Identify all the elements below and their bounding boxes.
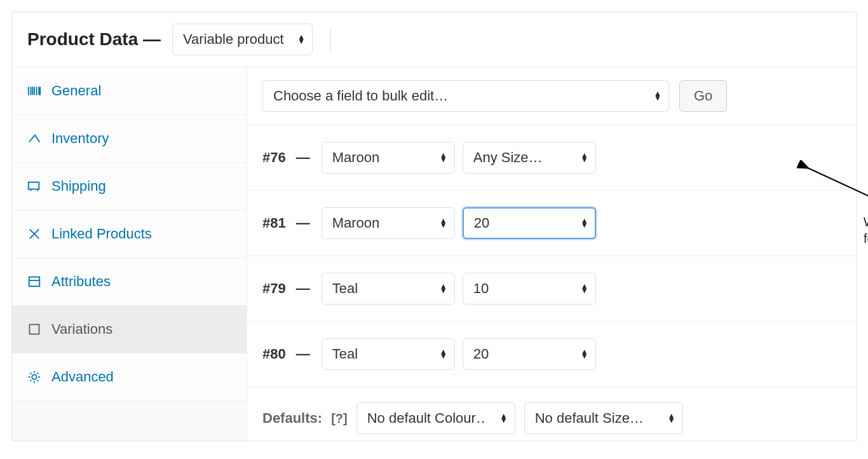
square-icon [27,322,41,336]
dash: — [296,215,310,231]
svg-point-3 [32,374,36,379]
variation-size-select[interactable]: 20 [463,207,596,239]
dash: — [296,149,310,166]
tab-inventory[interactable]: Inventory [12,115,247,163]
help-icon[interactable]: [?] [331,411,348,426]
bulk-edit-row: Choose a field to bulk edit… ▲▼ Go [247,67,856,125]
svg-rect-2 [30,325,39,334]
variation-row[interactable]: #79 — Teal ▲▼ 10 ▲▼ [247,256,856,322]
link-icon [27,227,41,241]
tabs-sidebar: General Inventory Shipping Linked Produc… [12,67,247,441]
tab-label: General [51,83,101,99]
variation-colour-select[interactable]: Maroon [322,142,455,174]
defaults-label: Defaults: [262,410,322,427]
tab-attributes[interactable]: Attributes [12,258,247,306]
dash: — [296,346,310,362]
tab-linked-products[interactable]: Linked Products [12,210,247,258]
product-type-select-wrap: Variable product ▲▼ [172,24,313,55]
variation-row[interactable]: #80 — Teal ▲▼ 20 ▲▼ [247,322,856,387]
tab-general[interactable]: General [12,67,247,115]
variation-id: #79 [262,280,286,297]
truck-icon [27,179,41,193]
list-icon [27,275,41,289]
annotation-text: Will result in an empty value in the fee… [864,214,868,247]
tab-shipping[interactable]: Shipping [12,163,247,210]
tab-variations[interactable]: Variations [12,306,247,353]
go-button[interactable]: Go [679,80,727,112]
tab-label: Shipping [51,178,106,195]
variation-row[interactable]: #76 — Maroon ▲▼ Any Size… ▲▼ [247,125,856,191]
variation-colour-select[interactable]: Teal [322,273,455,305]
svg-rect-0 [29,182,39,189]
variation-id: #76 [262,149,286,166]
variation-colour-select[interactable]: Maroon [322,207,455,239]
tab-label: Linked Products [51,226,152,242]
gear-icon [27,370,41,384]
panel-header: Product Data — Variable product ▲▼ [12,12,856,67]
defaults-row: Defaults: [?] No default Colour… ▲▼ No d… [247,387,856,441]
panel-title: Product Data — [27,29,161,50]
tab-label: Advanced [51,369,114,385]
tab-label: Inventory [51,130,109,147]
barcode-icon [27,84,41,98]
tab-label: Attributes [51,273,111,290]
tab-advanced[interactable]: Advanced [12,353,247,401]
variation-id: #81 [262,215,286,231]
variation-size-select[interactable]: Any Size… [463,142,596,174]
default-colour-select[interactable]: No default Colour… [356,402,515,434]
product-type-select[interactable]: Variable product [172,24,313,55]
variation-id: #80 [262,346,286,362]
variation-size-select[interactable]: 20 [463,338,596,370]
bulk-edit-select[interactable]: Choose a field to bulk edit… [262,80,669,112]
variation-colour-select[interactable]: Teal [322,338,455,370]
panel-body: General Inventory Shipping Linked Produc… [12,67,856,441]
vertical-separator [330,28,331,51]
variation-size-select[interactable]: 10 [463,273,596,305]
variation-row[interactable]: #81 — Maroon ▲▼ 20 ▲▼ [247,191,856,256]
cloud-icon [27,132,41,146]
product-data-panel: Product Data — Variable product ▲▼ Gener… [11,11,857,441]
dash: — [296,280,310,297]
tab-label: Variations [51,321,112,338]
default-size-select[interactable]: No default Size… [524,402,683,434]
variations-content: Choose a field to bulk edit… ▲▼ Go #76 —… [247,67,856,441]
svg-rect-1 [29,277,40,287]
